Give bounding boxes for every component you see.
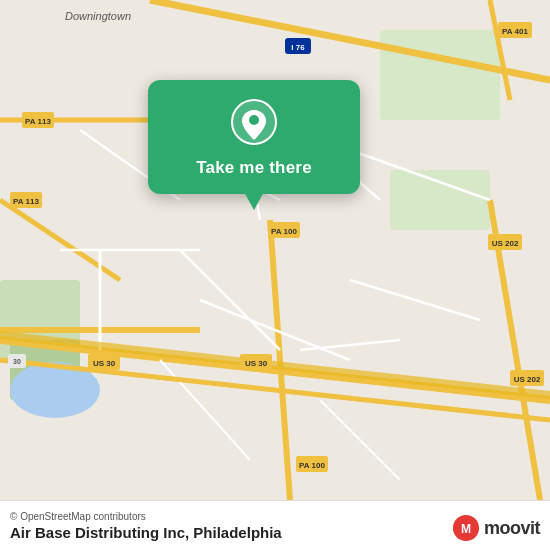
svg-rect-1: [380, 30, 500, 120]
svg-text:30: 30: [13, 358, 21, 365]
svg-text:PA 113: PA 113: [25, 117, 51, 126]
svg-text:I 76: I 76: [291, 43, 305, 52]
svg-text:PA 113: PA 113: [13, 197, 39, 206]
location-pin-icon: [230, 98, 278, 146]
bottom-bar: © OpenStreetMap contributors Air Base Di…: [0, 500, 550, 550]
svg-text:PA 100: PA 100: [299, 461, 325, 470]
svg-rect-2: [390, 170, 490, 230]
svg-text:PA 100: PA 100: [271, 227, 297, 236]
moovit-logo: M moovit: [452, 514, 540, 542]
svg-text:US 202: US 202: [514, 375, 541, 384]
moovit-brand-text: moovit: [484, 518, 540, 539]
svg-text:US 30: US 30: [245, 359, 268, 368]
take-me-there-button[interactable]: Take me there: [196, 156, 312, 180]
location-popup: Take me there: [148, 80, 360, 194]
svg-text:US 202: US 202: [492, 239, 519, 248]
map-container: I 76 PA 113 PA 113 PA 100 PA 100 US 30 U…: [0, 0, 550, 500]
map-background: I 76 PA 113 PA 113 PA 100 PA 100 US 30 U…: [0, 0, 550, 500]
svg-point-54: [249, 115, 259, 125]
svg-text:M: M: [461, 522, 471, 536]
svg-text:PA 401: PA 401: [502, 27, 528, 36]
svg-text:Downingtown: Downingtown: [65, 10, 131, 22]
moovit-brand-icon: M: [452, 514, 480, 542]
svg-text:US 30: US 30: [93, 359, 116, 368]
